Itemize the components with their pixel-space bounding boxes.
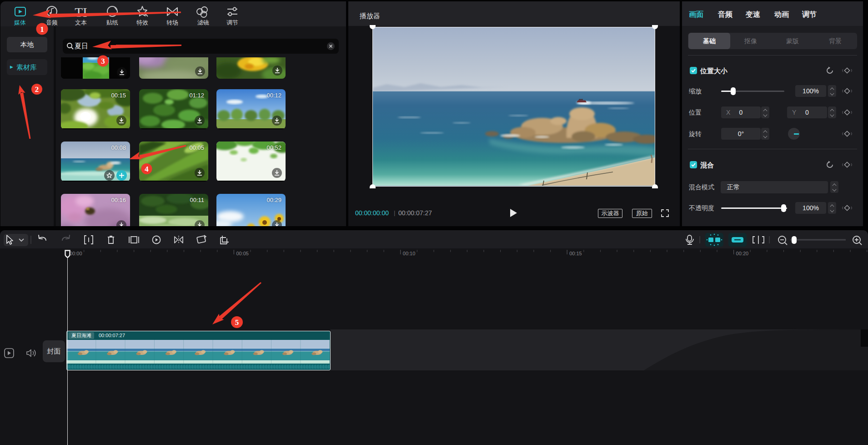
svg-text:2: 2 bbox=[35, 85, 39, 94]
svg-text:4: 4 bbox=[145, 165, 149, 173]
svg-text:5: 5 bbox=[235, 318, 239, 327]
svg-text:1: 1 bbox=[40, 25, 44, 34]
svg-text:3: 3 bbox=[101, 57, 105, 66]
